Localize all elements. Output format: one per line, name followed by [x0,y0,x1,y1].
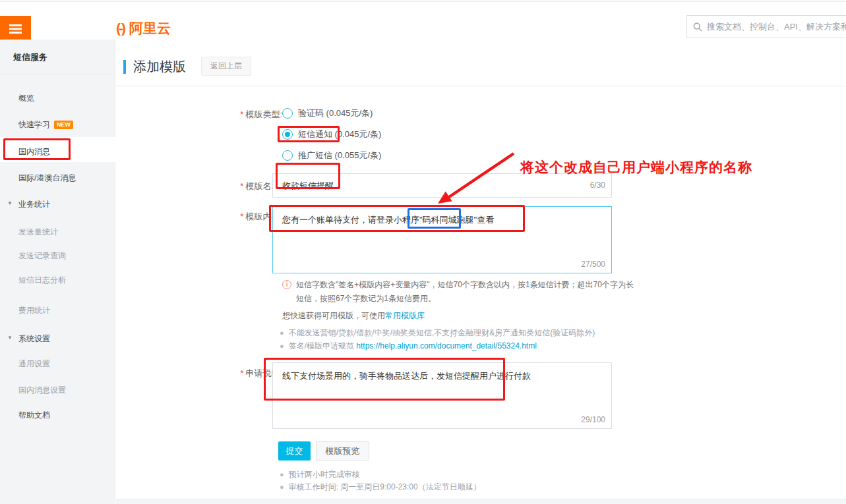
radio-option-sms-notification[interactable]: 短信通知 (0.045元/条) [282,128,381,141]
aliyun-logo-icon: (-) [116,20,126,36]
required-asterisk: * [240,109,243,119]
sidebar-item-send-record-query[interactable]: 发送记录查询 [18,250,66,262]
template-name-field-wrap: 6/30 [272,173,612,198]
sidebar-group-label: 系统设置 [18,333,50,345]
page-title: 添加模版 [133,58,186,76]
template-content-field-wrap: 您有一个账单待支付，请登录小程序"码科同城跑腿"查看 27/500 [272,206,612,273]
sidebar-item-domestic-messages[interactable]: 国内消息 [18,146,50,157]
radio-option-verification-code[interactable]: 验证码 (0.045元/条) [282,107,373,120]
quick-template-hint: 想快速获得可用模版，可使用常用模版库 [282,310,425,322]
sidebar-selected-highlight [0,137,115,162]
sidebar-group-business-stats[interactable]: ▼ 业务统计 [18,199,50,210]
rule-line-restrictions: ●不能发送营销/贷款/借款/中奖/抽奖类短信,不支持金融理财&房产通知类短信(验… [280,327,595,339]
aliyun-logo-text: 阿里云 [129,19,171,38]
template-preview-button[interactable]: 模版预览 [316,441,369,461]
annotation-note: 将这个改成自己用户端小程序的名称 [520,158,752,177]
sidebar-item-domestic-msg-settings[interactable]: 国内消息设置 [18,385,66,396]
bullet-icon: ● [280,483,284,491]
required-asterisk: * [240,181,243,191]
sms-billing-hint: 短信字数含"签名+模版内容+变量内容"，短信70个字数含以内，按1条短信计费；超… [282,278,634,306]
topbar-search[interactable] [686,15,846,38]
sidebar-item-general-settings[interactable]: 通用设置 [18,358,50,370]
bullet-icon: ● [280,342,284,350]
template-name-counter: 6/30 [590,181,605,190]
hamburger-menu-button[interactable] [0,16,31,41]
sidebar-item-quick-learn[interactable]: 快速学习 NEW [18,119,73,130]
sidebar-title: 短信服务 [0,40,115,74]
header-divider [116,86,846,86]
aliyun-logo[interactable]: (-) 阿里云 [116,19,171,38]
info-icon [282,280,291,289]
rule-line-spec: ●签名/模版申请规范 https://help.aliyun.com/docum… [280,341,537,352]
back-to-parent-button[interactable]: 返回上层 [201,57,251,76]
sidebar-group-system-settings[interactable]: ▼ 系统设置 [18,333,50,345]
review-note-2: ●审核工作时间: 周一至周日9:00-23:00（法定节日顺延） [280,482,481,493]
application-desc-counter: 29/100 [581,415,605,424]
caret-down-icon: ▼ [7,200,13,206]
submit-button[interactable]: 提交 [278,441,311,461]
bottom-strip [116,499,846,504]
required-asterisk: * [240,211,243,221]
hamburger-icon [9,24,22,26]
search-icon [693,22,702,32]
sidebar-item-overview[interactable]: 概览 [18,93,34,104]
sidebar-item-intl-messages[interactable]: 国际/港澳台消息 [18,173,76,184]
application-desc-textarea[interactable]: 线下支付场景用的，骑手将物品送达后，发短信提醒用户进行付款 [272,362,612,429]
sidebar-item-label: 快速学习 [18,119,50,130]
radio-option-promo-sms[interactable]: 推广短信 (0.055元/条) [282,149,381,162]
sidebar: 短信服务 概览 快速学习 NEW 国内消息 国际/港澳台消息 ▼ 业务统计 发送… [0,40,115,504]
sidebar-item-sms-log-analysis[interactable]: 短信日志分析 [18,275,66,286]
aliyun-sms-console-page: (-) 阿里云 短信服务 概览 快速学习 NEW 国内消息 国际/港澳台消息 ▼… [0,0,846,504]
radio-option-label: 推广短信 (0.055元/条) [298,150,381,161]
title-accent-bar [123,60,126,74]
caret-down-icon: ▼ [7,335,13,341]
radio-selected-dot [285,132,290,137]
new-badge: NEW [54,121,73,129]
radio-icon-selected[interactable] [282,129,293,140]
application-desc-field-wrap: 线下支付场景用的，骑手将物品送达后，发短信提醒用户进行付款 29/100 [272,362,612,429]
radio-option-label: 短信通知 (0.045元/条) [298,128,381,140]
top-navbar: (-) 阿里云 [0,0,846,40]
radio-icon[interactable] [282,150,293,161]
sidebar-item-cost-stats[interactable]: 费用统计 [18,305,50,316]
bullet-icon: ● [280,329,284,337]
radio-icon[interactable] [282,108,293,119]
template-name-input[interactable] [272,173,612,198]
template-content-textarea[interactable]: 您有一个账单待支付，请登录小程序"码科同城跑腿"查看 [272,206,612,273]
common-template-library-link[interactable]: 常用模版库 [385,311,425,320]
template-type-label: *模版类型: [218,109,282,121]
sidebar-group-label: 业务统计 [18,199,50,210]
bullet-icon: ● [280,470,284,478]
spec-doc-link[interactable]: https://help.aliyun.com/document_detail/… [356,341,537,350]
review-note-1: ●预计两小时完成审核 [280,469,360,480]
radio-option-label: 验证码 (0.045元/条) [298,107,373,119]
template-content-counter: 27/500 [581,260,605,269]
sidebar-item-send-volume-stats[interactable]: 发送量统计 [18,227,58,238]
search-input[interactable] [707,22,846,32]
sidebar-item-help-docs[interactable]: 帮助文档 [18,410,50,421]
required-asterisk: * [240,368,243,378]
